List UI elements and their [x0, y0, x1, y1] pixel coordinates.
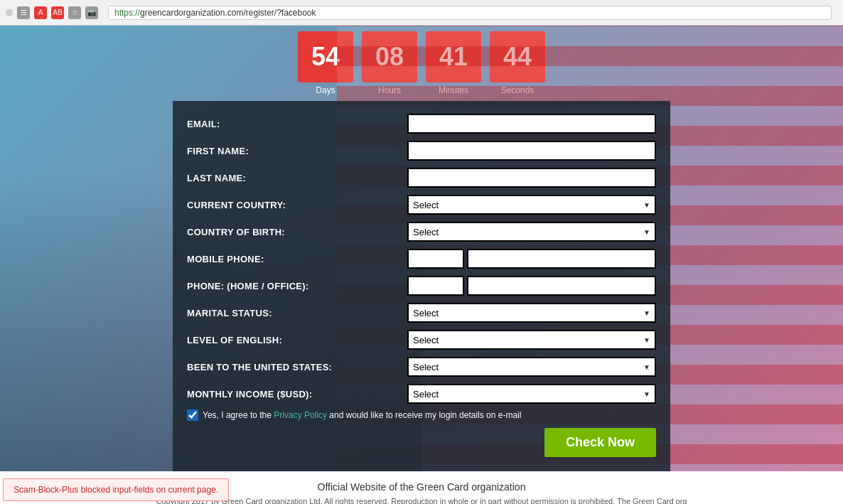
mobile-phone-group: [407, 249, 656, 269]
firstname-label: FIRST NAME:: [187, 146, 407, 156]
browser-icons: ☰ A AB ☆ 📷: [17, 6, 98, 19]
screenshot-icon[interactable]: 📷: [85, 6, 98, 19]
current-country-label: CURRENT COUNTRY:: [187, 200, 407, 210]
email-input[interactable]: [407, 114, 656, 134]
mobile-phone-number[interactable]: [467, 249, 656, 269]
country-birth-select[interactable]: Select United States United Kingdom Cana…: [407, 222, 656, 242]
current-country-row: CURRENT COUNTRY: Select United States Un…: [187, 193, 656, 216]
check-now-button[interactable]: Check Now: [544, 428, 656, 457]
email-row: EMAIL:: [187, 112, 656, 135]
current-country-select[interactable]: Select United States United Kingdom Cana…: [407, 195, 656, 215]
firstname-input[interactable]: [407, 141, 656, 161]
lastname-input[interactable]: [407, 168, 656, 188]
browser-nav-dots: [6, 9, 13, 16]
income-label: MONTHLY INCOME ($USD):: [187, 389, 407, 400]
mobile-phone-row: MOBILE PHONE:: [187, 247, 656, 270]
lastname-label: LAST NAME:: [187, 173, 407, 183]
days-label: Days: [316, 85, 335, 95]
mobile-phone-code[interactable]: [407, 249, 464, 269]
marital-status-label: MARITAL STATUS:: [187, 308, 407, 318]
phone-home-row: PHONE: (HOME / OFFICE):: [187, 274, 656, 297]
https-indicator: https://: [114, 8, 140, 18]
been-us-select[interactable]: Select Yes No: [407, 357, 656, 377]
been-us-label: BEEN TO THE UNITED STATES:: [187, 362, 407, 372]
income-select[interactable]: Select < $500 $500 - $1000 $1000 - $2000…: [407, 384, 656, 404]
phone-home-number[interactable]: [467, 276, 656, 296]
registration-form: EMAIL: FIRST NAME: LAST NAME: CURRENT CO…: [173, 101, 670, 471]
submit-row: Check Now: [187, 428, 656, 457]
english-level-label: LEVEL OF ENGLISH:: [187, 335, 407, 345]
browser-bar: ☰ A AB ☆ 📷 https://greencardorganization…: [0, 0, 843, 26]
marital-select-wrapper: Select Single Married Divorced Widowed: [407, 303, 656, 323]
country-birth-label: COUNTRY OF BIRTH:: [187, 227, 407, 237]
country-birth-row: COUNTRY OF BIRTH: Select United States U…: [187, 220, 656, 243]
current-country-select-wrapper: Select United States United Kingdom Cana…: [407, 195, 656, 215]
income-row: MONTHLY INCOME ($USD): Select < $500 $50…: [187, 382, 656, 405]
lastname-row: LAST NAME:: [187, 166, 656, 189]
address-text: greencardorganization.com/register/?face…: [140, 8, 316, 18]
marital-status-row: MARITAL STATUS: Select Single Married Di…: [187, 301, 656, 324]
bookmark-icon[interactable]: ☆: [68, 6, 81, 19]
firstname-row: FIRST NAME:: [187, 139, 656, 162]
english-level-row: LEVEL OF ENGLISH: Select Basic Intermedi…: [187, 328, 656, 351]
scam-block-notification: Scam-Block-Plus blocked input-fields on …: [3, 478, 229, 501]
phone-home-label: PHONE: (HOME / OFFICE):: [187, 281, 407, 291]
checkbox-label: Yes, I agree to the Privacy Policy and w…: [203, 410, 521, 420]
marital-status-select[interactable]: Select Single Married Divorced Widowed: [407, 303, 656, 323]
privacy-checkbox[interactable]: [187, 409, 198, 421]
been-us-row: BEEN TO THE UNITED STATES: Select Yes No: [187, 355, 656, 378]
mobile-phone-label: MOBILE PHONE:: [187, 254, 407, 264]
privacy-policy-link[interactable]: Privacy Policy: [274, 410, 327, 420]
income-select-wrapper: Select < $500 $500 - $1000 $1000 - $2000…: [407, 384, 656, 404]
english-select-wrapper: Select Basic Intermediate Advanced Fluen…: [407, 330, 656, 350]
privacy-checkbox-row: Yes, I agree to the Privacy Policy and w…: [187, 409, 656, 421]
address-bar[interactable]: https://greencardorganization.com/regist…: [108, 6, 832, 20]
extension-icon-2[interactable]: AB: [51, 6, 64, 19]
menu-icon[interactable]: ☰: [17, 6, 30, 19]
english-level-select[interactable]: Select Basic Intermediate Advanced Fluen…: [407, 330, 656, 350]
been-us-select-wrapper: Select Yes No: [407, 357, 656, 377]
email-label: EMAIL:: [187, 119, 407, 129]
phone-home-group: [407, 276, 656, 296]
nav-dot-1: [6, 9, 13, 16]
country-birth-select-wrapper: Select United States United Kingdom Cana…: [407, 222, 656, 242]
phone-home-code[interactable]: [407, 276, 464, 296]
main-content: 54 Days 08 Hours 41 Minutes 44 Seconds E…: [0, 26, 843, 504]
extension-icon-1[interactable]: A: [34, 6, 47, 19]
